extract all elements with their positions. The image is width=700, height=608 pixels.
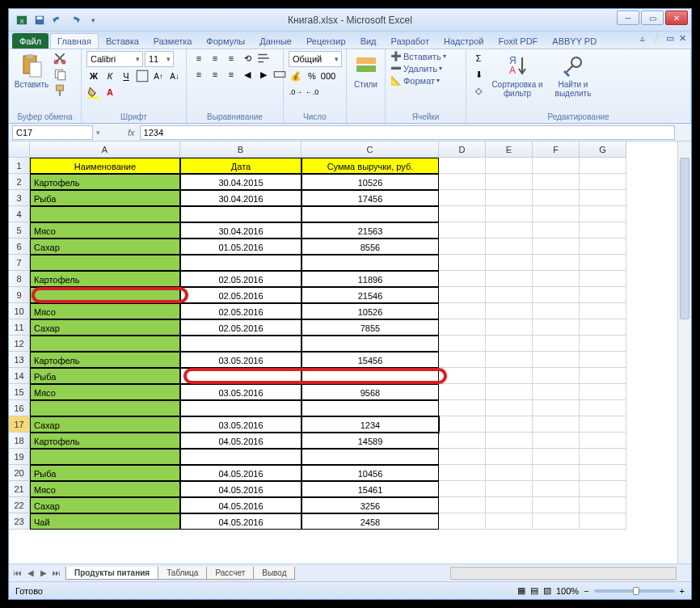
empty-cell[interactable]	[486, 190, 533, 206]
tab-формулы[interactable]: Формулы	[199, 33, 252, 49]
sheet-tab[interactable]: Продукты питания	[65, 567, 158, 580]
name-cell[interactable]: Сахар	[30, 497, 180, 513]
name-box-dropdown-icon[interactable]: ▾	[96, 129, 100, 137]
vertical-scrollbar[interactable]	[677, 141, 691, 564]
table-header-cell[interactable]: Наименование	[30, 158, 180, 174]
name-cell[interactable]	[30, 206, 180, 222]
empty-cell[interactable]	[486, 433, 533, 449]
sheet-tab[interactable]: Вывод	[253, 567, 295, 580]
empty-cell[interactable]	[439, 239, 486, 255]
undo-icon[interactable]	[49, 12, 65, 28]
currency-icon[interactable]: 💰	[289, 69, 303, 83]
col-header-C[interactable]: C	[302, 141, 439, 158]
empty-cell[interactable]	[486, 319, 533, 336]
empty-cell[interactable]	[533, 319, 580, 336]
row-header[interactable]: 23	[9, 513, 30, 530]
horizontal-scrollbar[interactable]	[450, 567, 677, 580]
amount-cell[interactable]: 21563	[302, 222, 439, 239]
name-cell[interactable]: Рыба	[30, 368, 180, 384]
empty-cell[interactable]	[533, 384, 580, 400]
tab-рецензир[interactable]: Рецензир	[299, 33, 353, 49]
row-header[interactable]: 3	[9, 190, 30, 206]
empty-cell[interactable]	[580, 416, 626, 433]
empty-cell[interactable]	[486, 384, 533, 400]
format-cells-button[interactable]: 📐Формат▾	[390, 75, 440, 86]
col-header-A[interactable]: A	[30, 141, 180, 158]
empty-cell[interactable]	[439, 384, 486, 400]
increase-indent-icon[interactable]: ▶	[256, 67, 271, 82]
sheet-tab[interactable]: Таблица	[158, 567, 207, 580]
date-cell[interactable]: 02.05.2016	[180, 319, 302, 336]
name-cell[interactable]: Мясо	[30, 384, 180, 400]
empty-cell[interactable]	[580, 336, 626, 352]
empty-cell[interactable]	[580, 400, 626, 416]
row-header[interactable]: 11	[9, 319, 30, 336]
empty-cell[interactable]	[533, 158, 580, 174]
empty-cell[interactable]	[439, 481, 486, 497]
date-cell[interactable]: 02.05.2016	[180, 303, 302, 319]
number-format-combo[interactable]: Общий	[289, 51, 342, 67]
clear-icon[interactable]: ◇	[471, 83, 486, 98]
row-header[interactable]: 14	[9, 368, 30, 384]
name-cell[interactable]: Мясо	[30, 222, 180, 239]
empty-cell[interactable]	[580, 222, 626, 239]
bold-button[interactable]: Ж	[86, 69, 101, 83]
tab-file[interactable]: Файл	[12, 33, 48, 49]
empty-cell[interactable]	[486, 416, 533, 433]
table-header-cell[interactable]: Дата	[180, 158, 302, 174]
date-cell[interactable]: 04.05.2016	[180, 481, 302, 497]
copy-icon[interactable]	[53, 67, 67, 82]
row-header[interactable]: 2	[9, 174, 30, 190]
tab-разметка[interactable]: Разметка	[146, 33, 200, 49]
amount-cell[interactable]: 14589	[302, 433, 439, 449]
styles-button[interactable]: Стили	[352, 51, 380, 89]
formula-input[interactable]: 1234	[140, 125, 675, 140]
empty-cell[interactable]	[580, 174, 626, 190]
empty-cell[interactable]	[486, 239, 533, 255]
name-cell[interactable]	[30, 449, 180, 465]
row-header[interactable]: 5	[9, 222, 30, 239]
amount-cell[interactable]	[302, 368, 439, 384]
empty-cell[interactable]	[439, 206, 486, 222]
name-cell[interactable]: Картофель	[30, 271, 180, 287]
align-left-icon[interactable]: ≡	[192, 67, 206, 82]
empty-cell[interactable]	[486, 352, 533, 368]
empty-cell[interactable]	[439, 465, 486, 481]
ribbon-close-doc-icon[interactable]: ✕	[679, 33, 686, 44]
date-cell[interactable]: 03.05.2016	[180, 384, 302, 400]
tab-foxit pdf[interactable]: Foxit PDF	[491, 33, 545, 49]
date-cell[interactable]	[180, 255, 302, 271]
empty-cell[interactable]	[580, 239, 626, 255]
font-size-combo[interactable]: 11	[145, 51, 174, 67]
empty-cell[interactable]	[580, 497, 626, 513]
empty-cell[interactable]	[580, 513, 626, 530]
empty-cell[interactable]	[533, 174, 580, 190]
amount-cell[interactable]: 17456	[302, 190, 439, 206]
empty-cell[interactable]	[486, 222, 533, 239]
col-header-E[interactable]: E	[486, 141, 533, 158]
tab-вид[interactable]: Вид	[353, 33, 384, 49]
amount-cell[interactable]: 7855	[302, 319, 439, 336]
name-cell[interactable]: Картофель	[30, 174, 180, 190]
empty-cell[interactable]	[533, 433, 580, 449]
tab-надстрой[interactable]: Надстрой	[436, 33, 491, 49]
tab-главная[interactable]: Главная	[50, 33, 99, 49]
insert-cells-button[interactable]: ➕Вставить▾	[390, 51, 446, 61]
empty-cell[interactable]	[580, 384, 626, 400]
empty-cell[interactable]	[439, 255, 486, 271]
zoom-level[interactable]: 100%	[556, 586, 579, 596]
empty-cell[interactable]	[486, 158, 533, 174]
empty-cell[interactable]	[439, 287, 486, 303]
empty-cell[interactable]	[439, 303, 486, 319]
amount-cell[interactable]: 11896	[302, 271, 439, 287]
date-cell[interactable]	[180, 368, 302, 384]
empty-cell[interactable]	[533, 352, 580, 368]
empty-cell[interactable]	[486, 174, 533, 190]
autosum-icon[interactable]: Σ	[471, 51, 486, 65]
decrease-indent-icon[interactable]: ◀	[240, 67, 255, 82]
delete-cells-button[interactable]: ➖Удалить▾	[390, 63, 442, 74]
scrollbar-thumb[interactable]	[680, 158, 689, 319]
empty-cell[interactable]	[439, 416, 486, 433]
date-cell[interactable]: 04.05.2016	[180, 513, 302, 530]
amount-cell[interactable]	[302, 255, 439, 271]
